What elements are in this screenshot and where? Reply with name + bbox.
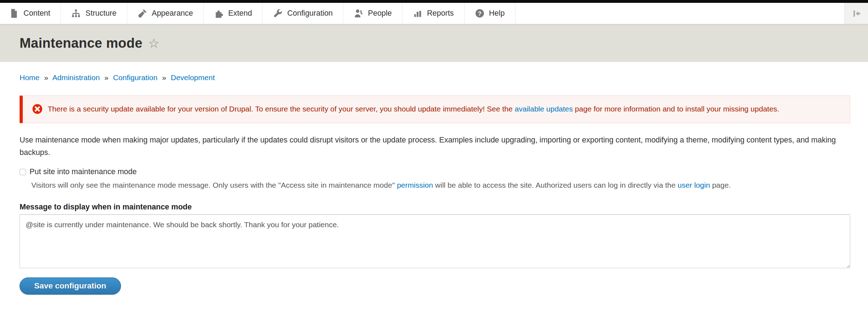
error-message-box: There is a security update available for…	[20, 95, 850, 123]
toolbar-item-label: Reports	[427, 9, 454, 18]
toolbar-item-label: Configuration	[287, 9, 333, 18]
window-top-strip	[0, 0, 868, 3]
user-login-link[interactable]: user login	[678, 181, 710, 189]
svg-text:?: ?	[478, 10, 481, 17]
wrench-icon	[273, 9, 282, 18]
toolbar-item-help[interactable]: ? Help	[465, 3, 515, 24]
collapse-left-icon	[851, 8, 862, 19]
toolbar-item-label: Extend	[228, 9, 252, 18]
toolbar-item-people[interactable]: People	[343, 3, 402, 24]
sitemap-icon	[71, 9, 81, 18]
page-title: Maintenance mode	[20, 36, 142, 51]
breadcrumb-separator: »	[44, 73, 48, 82]
toolbar-item-reports[interactable]: Reports	[402, 3, 464, 24]
breadcrumb-link-administration[interactable]: Administration	[52, 73, 100, 82]
breadcrumb-link-configuration[interactable]: Configuration	[113, 73, 158, 82]
save-configuration-button[interactable]: Save configuration	[20, 277, 121, 295]
toolbar-item-label: Structure	[85, 9, 116, 18]
help-icon: ?	[475, 9, 485, 18]
breadcrumb-link-home[interactable]: Home	[20, 73, 39, 82]
toolbar-item-extend[interactable]: Extend	[204, 3, 263, 24]
toolbar-item-label: Content	[23, 9, 50, 18]
permission-link[interactable]: permission	[397, 181, 433, 189]
toolbar-collapse-button[interactable]	[845, 3, 868, 24]
breadcrumb-separator: »	[162, 73, 166, 82]
toolbar-item-content[interactable]: Content	[0, 3, 61, 24]
toolbar-item-label: Appearance	[152, 9, 193, 18]
puzzle-icon	[214, 9, 224, 18]
maintenance-checkbox-label[interactable]: Put site into maintenance mode	[30, 167, 137, 176]
toolbar-item-configuration[interactable]: Configuration	[263, 3, 343, 24]
maintenance-message-textarea[interactable]: @site is currently under maintenance. We…	[20, 214, 850, 268]
page-header: Maintenance mode ☆	[0, 24, 868, 62]
breadcrumb-separator: »	[104, 73, 108, 82]
toolbar-item-structure[interactable]: Structure	[61, 3, 127, 24]
admin-toolbar: Content Structure Appearance Extend Conf…	[0, 3, 868, 24]
toolbar-item-label: People	[368, 9, 392, 18]
bar-chart-icon	[413, 9, 422, 18]
file-icon	[9, 9, 19, 18]
maintenance-mode-checkbox[interactable]	[20, 169, 26, 175]
available-updates-link[interactable]: available updates	[515, 105, 573, 113]
main-content: Home » Administration » Configuration » …	[0, 73, 868, 295]
person-icon	[354, 9, 363, 18]
breadcrumb-link-development[interactable]: Development	[171, 73, 215, 82]
paintbrush-icon	[138, 9, 147, 18]
error-icon	[32, 104, 43, 114]
toolbar-spacer	[515, 3, 845, 24]
message-field-label: Message to display when in maintenance m…	[20, 203, 850, 212]
star-icon[interactable]: ☆	[148, 37, 159, 50]
maintenance-checkbox-description: Visitors will only see the maintenance m…	[31, 180, 850, 191]
error-message-text: There is a security update available for…	[48, 103, 841, 115]
toolbar-item-label: Help	[489, 9, 505, 18]
intro-text: Use maintenance mode when making major u…	[20, 134, 850, 159]
toolbar-item-appearance[interactable]: Appearance	[127, 3, 204, 24]
maintenance-mode-row: Put site into maintenance mode	[20, 167, 850, 176]
breadcrumb: Home » Administration » Configuration » …	[20, 73, 850, 82]
